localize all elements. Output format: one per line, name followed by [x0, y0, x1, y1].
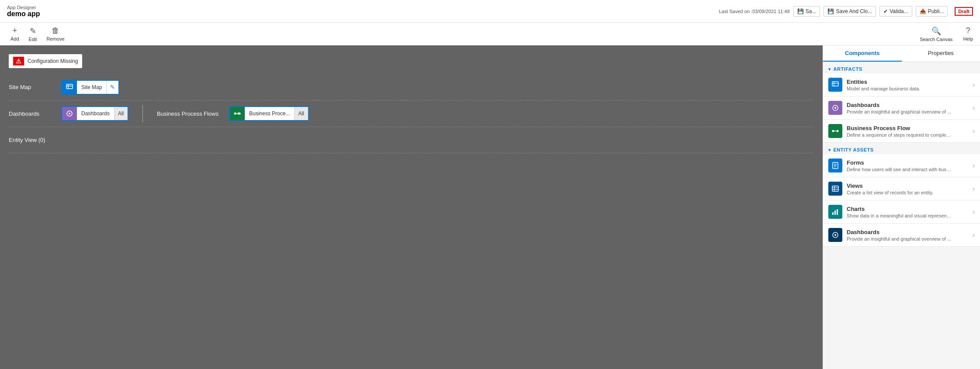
site-map-tile-label: Site Map: [77, 84, 106, 90]
entity-view-row: Entity View (0): [9, 127, 814, 153]
entities-name: Entities: [847, 79, 920, 85]
forms-icon: [828, 159, 842, 172]
charts-desc: Show data in a meaningful and visual rep…: [847, 213, 952, 218]
canvas: ⚠ Configuration Missing Site Map Site Ma…: [0, 45, 823, 369]
dashboards-tile-label: Dashboards: [77, 110, 114, 117]
business-process-name: Business Process Flow: [847, 125, 952, 131]
entity-view-label: Entity View (0): [9, 137, 61, 143]
config-warning-text: Configuration Missing: [28, 58, 78, 64]
site-map-tile[interactable]: Site Map ✎: [61, 80, 119, 95]
remove-button[interactable]: 🗑 Remove: [43, 24, 68, 43]
svg-point-13: [832, 130, 834, 132]
entity-dashboards-item[interactable]: Dashboards Provide an insightful and gra…: [823, 224, 980, 247]
config-warning-container: ⚠ Configuration Missing: [9, 54, 814, 74]
site-map-row: Site Map Site Map ✎: [9, 74, 814, 100]
svg-point-28: [834, 234, 836, 236]
add-icon: +: [13, 26, 17, 35]
svg-rect-20: [832, 186, 838, 191]
app-name: demo app: [7, 10, 40, 18]
toolbar-group-left: + Add ✎ Edit 🗑 Remove: [7, 24, 68, 44]
artifacts-dashboards-name: Dashboards: [847, 102, 951, 108]
business-process-item[interactable]: Business Process Flow Define a sequence …: [823, 120, 980, 143]
dashboards-tile[interactable]: Dashboards All: [61, 106, 129, 121]
dashboards-all-badge[interactable]: All: [114, 106, 128, 121]
charts-name: Charts: [847, 206, 952, 212]
dashboards-tile-icon: [62, 106, 77, 121]
charts-item-left: Charts Show data in a meaningful and vis…: [828, 205, 952, 219]
business-process-desc: Define a sequence of steps required to c…: [847, 132, 952, 138]
business-process-item-left: Business Process Flow Define a sequence …: [828, 124, 952, 138]
views-icon: [828, 182, 842, 196]
config-warning: ⚠ Configuration Missing: [9, 54, 82, 68]
remove-icon: 🗑: [52, 26, 59, 35]
site-map-content: Site Map ✎: [61, 80, 814, 95]
views-item[interactable]: Views Create a list view of records for …: [823, 177, 980, 200]
site-map-tile-icon: [62, 80, 77, 95]
business-process-chevron-icon: ›: [973, 128, 975, 134]
validate-button[interactable]: ✔ Valida...: [879, 6, 912, 17]
entity-dashboards-desc: Provide an insightful and graphical over…: [847, 236, 951, 241]
site-map-edit-icon[interactable]: ✎: [106, 80, 118, 95]
draft-badge: Draft: [955, 7, 973, 16]
views-name: Views: [847, 183, 934, 189]
save-button[interactable]: 💾 Sa...: [793, 6, 820, 17]
forms-name: Forms: [847, 159, 952, 166]
search-canvas-button[interactable]: 🔍 Search Canvas: [920, 26, 952, 42]
entity-assets-section-header[interactable]: ▾ ENTITY ASSETS: [823, 143, 980, 154]
forms-item-left: Forms Define how users will see and inte…: [828, 159, 952, 172]
entity-dashboards-chevron-icon: ›: [973, 231, 975, 238]
help-button[interactable]: ? Help: [963, 26, 973, 41]
site-map-label: Site Map: [9, 84, 61, 90]
business-process-tile[interactable]: Business Proce... All: [229, 106, 309, 121]
validate-icon: ✔: [883, 8, 888, 14]
business-process-all-badge[interactable]: All: [294, 106, 308, 121]
svg-rect-8: [832, 82, 838, 86]
forms-item[interactable]: Forms Define how users will see and inte…: [823, 154, 980, 177]
artifacts-dashboards-chevron-icon: ›: [973, 104, 975, 111]
toolbar-right: 🔍 Search Canvas ? Help: [920, 26, 973, 42]
forms-desc: Define how users will see and interact w…: [847, 167, 952, 172]
charts-info: Charts Show data in a meaningful and vis…: [847, 206, 952, 218]
svg-rect-0: [66, 84, 73, 89]
business-process-icon: [828, 124, 842, 138]
artifacts-dashboards-desc: Provide an insightful and graphical over…: [847, 109, 951, 114]
dashboards-label: Dashboards: [9, 110, 61, 117]
svg-point-12: [834, 107, 836, 109]
artifacts-dashboards-item[interactable]: Dashboards Provide an insightful and gra…: [823, 97, 980, 120]
charts-chevron-icon: ›: [973, 208, 975, 215]
svg-rect-24: [832, 212, 834, 215]
top-bar: App Designer demo app Last Saved on :03/…: [0, 0, 980, 23]
save-and-close-button[interactable]: 💾 Save And Clo...: [824, 6, 876, 17]
publish-button[interactable]: 📤 Publi...: [916, 6, 948, 17]
toolbar: + Add ✎ Edit 🗑 Remove 🔍 Search Canvas ? …: [0, 23, 980, 45]
add-button[interactable]: + Add: [7, 24, 23, 43]
entity-dashboards-item-left: Dashboards Provide an insightful and gra…: [828, 228, 951, 242]
views-item-left: Views Create a list view of records for …: [828, 182, 934, 196]
tab-properties[interactable]: Properties: [902, 45, 980, 62]
tab-components[interactable]: Components: [823, 45, 902, 62]
charts-icon: [828, 205, 842, 219]
charts-item[interactable]: Charts Show data in a meaningful and vis…: [823, 200, 980, 224]
artifacts-dashboards-icon: [828, 101, 842, 115]
business-process-info: Business Process Flow Define a sequence …: [847, 125, 952, 138]
edit-button[interactable]: ✎ Edit: [25, 24, 41, 44]
artifacts-section-header[interactable]: ▾ ARTIFACTS: [823, 62, 980, 73]
side-panel-tabs: Components Properties: [823, 45, 980, 62]
top-bar-right: Last Saved on :03/09/2021 11:48 💾 Sa... …: [719, 6, 973, 17]
svg-point-5: [234, 113, 236, 115]
entity-assets-chevron-icon: ▾: [828, 148, 831, 152]
entities-desc: Model and manage business data.: [847, 86, 920, 91]
svg-point-4: [69, 113, 70, 114]
svg-point-14: [837, 130, 839, 132]
svg-rect-26: [837, 209, 838, 215]
entities-chevron-icon: ›: [973, 81, 975, 88]
views-chevron-icon: ›: [973, 185, 975, 192]
views-desc: Create a list view of records for an ent…: [847, 190, 934, 195]
entity-dashboards-icon: [828, 228, 842, 242]
artifacts-dashboards-info: Dashboards Provide an insightful and gra…: [847, 102, 951, 114]
row-separator: [142, 105, 143, 122]
artifacts-chevron-icon: ▾: [828, 67, 831, 72]
entities-item-left: Entities Model and manage business data.: [828, 78, 920, 92]
help-icon: ?: [966, 26, 970, 35]
entities-item[interactable]: Entities Model and manage business data.…: [823, 73, 980, 97]
